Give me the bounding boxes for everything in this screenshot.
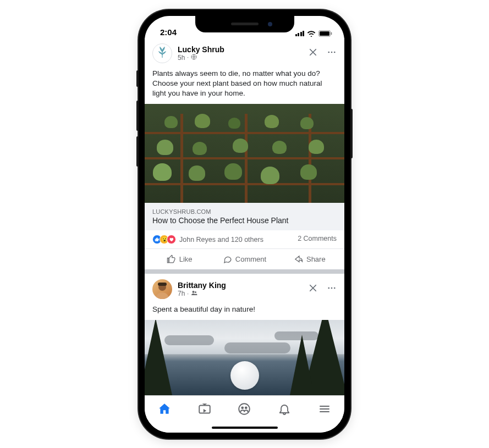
feed-post: Brittany King 7h · <box>145 274 344 395</box>
svg-rect-1 <box>320 31 329 36</box>
post-timestamp: 7h · <box>178 290 308 298</box>
groups-icon <box>237 402 251 416</box>
post-timestamp: 5h · <box>178 54 308 62</box>
svg-rect-14 <box>199 406 210 413</box>
svg-point-11 <box>328 287 329 289</box>
tab-notifications[interactable] <box>265 402 305 416</box>
status-time: 2:04 <box>160 27 177 37</box>
author-avatar[interactable] <box>152 43 172 63</box>
tab-groups[interactable] <box>224 402 265 416</box>
phone-notch <box>195 16 294 32</box>
link-preview-card[interactable]: LUCKYSHRUB.COM How to Choose the Perfect… <box>145 203 344 230</box>
watch-icon <box>197 402 212 416</box>
phone-screen: 2:04 Lucky Shrub <box>145 16 344 433</box>
link-title: How to Choose the Perfect House Plant <box>152 216 337 225</box>
dismiss-post-button[interactable] <box>308 283 318 295</box>
svg-point-4 <box>328 51 329 53</box>
svg-point-12 <box>331 287 333 289</box>
reactions-summary[interactable]: 😮 John Reyes and 120 others <box>152 235 263 244</box>
phone-device-frame: 2:04 Lucky Shrub <box>139 10 350 439</box>
post-header: Lucky Shrub 5h · <box>145 38 344 67</box>
post-author-name[interactable]: Brittany King <box>178 281 308 290</box>
reactions-text: John Reyes and 120 others <box>179 236 263 244</box>
author-avatar[interactable] <box>152 279 172 299</box>
engagement-bar: 😮 John Reyes and 120 others 2 Comments <box>145 230 344 249</box>
svg-point-6 <box>334 51 336 53</box>
story-ring-overlay <box>230 361 259 390</box>
svg-point-17 <box>245 406 248 409</box>
post-action-row: Like Comment Share <box>145 249 344 269</box>
svg-point-5 <box>331 51 333 53</box>
globe-icon <box>191 54 197 62</box>
bell-icon <box>278 402 291 416</box>
friends-audience-icon <box>191 290 197 298</box>
post-body-text: Plants always seem to die, no matter wha… <box>145 67 344 104</box>
post-menu-button[interactable] <box>327 283 337 295</box>
tab-menu[interactable] <box>304 402 344 416</box>
svg-point-16 <box>241 406 244 409</box>
share-button[interactable]: Share <box>277 252 342 266</box>
news-feed[interactable]: Lucky Shrub 5h · <box>145 38 344 395</box>
wifi-icon <box>307 30 316 37</box>
tab-watch[interactable] <box>185 402 225 416</box>
love-reaction-icon <box>167 235 176 244</box>
comments-count[interactable]: 2 Comments <box>298 235 337 244</box>
home-icon <box>157 402 172 416</box>
dismiss-post-button[interactable] <box>308 47 318 59</box>
svg-point-15 <box>239 403 250 414</box>
tab-home[interactable] <box>145 402 185 416</box>
link-domain: LUCKYSHRUB.COM <box>152 208 337 215</box>
feed-post: Lucky Shrub 5h · <box>145 38 344 270</box>
cellular-signal-icon <box>295 31 305 36</box>
post-header: Brittany King 7h · <box>145 274 344 302</box>
post-link-image[interactable] <box>145 104 344 203</box>
post-photo[interactable] <box>145 320 344 395</box>
post-author-name[interactable]: Lucky Shrub <box>178 45 308 54</box>
comment-button[interactable]: Comment <box>212 252 277 266</box>
battery-icon <box>318 30 332 37</box>
post-menu-button[interactable] <box>327 47 337 59</box>
hamburger-icon <box>318 402 331 416</box>
svg-rect-8 <box>158 283 167 286</box>
like-button[interactable]: Like <box>147 252 212 266</box>
svg-point-9 <box>193 291 195 293</box>
post-body-text: Spent a beautiful day in nature! <box>145 302 344 320</box>
home-indicator[interactable] <box>145 423 344 433</box>
svg-point-13 <box>334 287 336 289</box>
svg-rect-2 <box>331 32 332 35</box>
svg-point-10 <box>195 291 196 293</box>
bottom-tab-bar <box>145 395 344 423</box>
